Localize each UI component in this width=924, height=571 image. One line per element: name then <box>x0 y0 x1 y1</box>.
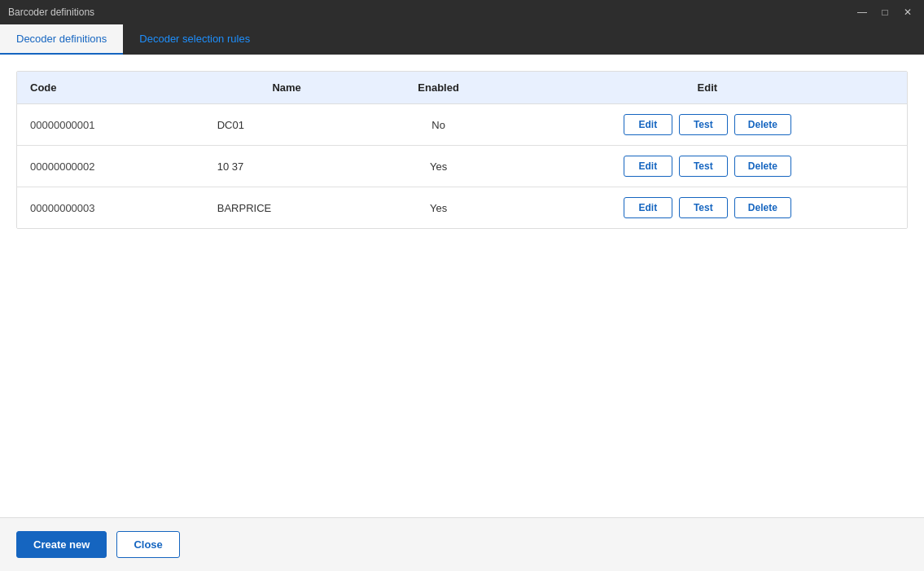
delete-button-2[interactable]: Delete <box>734 197 791 218</box>
table-row: 00000000002 10 37 Yes Edit Test Delete <box>17 146 907 187</box>
main-content: Code Name Enabled Edit 00000000001 DC01 … <box>0 55 924 517</box>
footer: Create new Close <box>0 517 924 571</box>
cell-code-0: 00000000001 <box>17 104 204 146</box>
cell-actions-0: Edit Test Delete <box>508 104 907 146</box>
cell-name-2: BARPRICE <box>204 187 370 229</box>
minimize-button[interactable]: — <box>854 4 870 20</box>
edit-button-0[interactable]: Edit <box>624 114 672 135</box>
test-button-2[interactable]: Test <box>679 197 728 218</box>
cell-code-2: 00000000003 <box>17 187 204 229</box>
col-header-code: Code <box>17 72 204 104</box>
window-controls: — □ ✕ <box>854 4 916 20</box>
table-header-row: Code Name Enabled Edit <box>17 72 907 104</box>
cell-name-0: DC01 <box>204 104 370 146</box>
maximize-button[interactable]: □ <box>877 4 893 20</box>
title-bar: Barcoder definitions — □ ✕ <box>0 0 924 24</box>
tab-bar: Decoder definitions Decoder selection ru… <box>0 24 924 55</box>
col-header-enabled: Enabled <box>370 72 508 104</box>
cell-enabled-0: No <box>370 104 508 146</box>
edit-button-1[interactable]: Edit <box>624 156 672 177</box>
col-header-edit: Edit <box>508 72 907 104</box>
tab-decoder-definitions[interactable]: Decoder definitions <box>0 24 123 55</box>
cell-code-1: 00000000002 <box>17 146 204 187</box>
main-window: Barcoder definitions — □ ✕ Decoder defin… <box>0 0 924 571</box>
cell-actions-1: Edit Test Delete <box>508 146 907 187</box>
create-new-button[interactable]: Create new <box>16 531 107 558</box>
close-button[interactable]: ✕ <box>900 4 916 20</box>
data-table: Code Name Enabled Edit 00000000001 DC01 … <box>17 72 907 228</box>
cell-name-1: 10 37 <box>204 146 370 187</box>
test-button-0[interactable]: Test <box>679 114 728 135</box>
edit-button-2[interactable]: Edit <box>624 197 672 218</box>
close-button-footer[interactable]: Close <box>116 531 179 558</box>
table-row: 00000000001 DC01 No Edit Test Delete <box>17 104 907 146</box>
cell-enabled-1: Yes <box>370 146 508 187</box>
table-row: 00000000003 BARPRICE Yes Edit Test Delet… <box>17 187 907 229</box>
tab-decoder-selection-rules[interactable]: Decoder selection rules <box>123 24 266 55</box>
cell-enabled-2: Yes <box>370 187 508 229</box>
cell-actions-2: Edit Test Delete <box>508 187 907 229</box>
window-title: Barcoder definitions <box>8 7 94 18</box>
delete-button-0[interactable]: Delete <box>734 114 791 135</box>
delete-button-1[interactable]: Delete <box>734 156 791 177</box>
data-table-container: Code Name Enabled Edit 00000000001 DC01 … <box>16 71 908 229</box>
col-header-name: Name <box>204 72 370 104</box>
test-button-1[interactable]: Test <box>679 156 728 177</box>
